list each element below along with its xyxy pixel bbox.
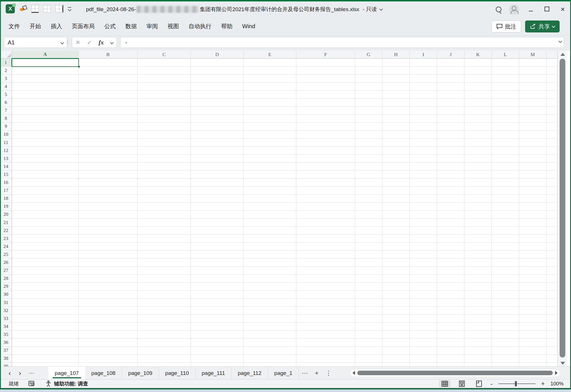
cell[interactable]: [410, 355, 437, 363]
row-header-20[interactable]: 20: [0, 211, 12, 219]
cell[interactable]: [244, 339, 296, 347]
cell[interactable]: [546, 115, 558, 123]
zoom-out-button[interactable]: -: [490, 380, 493, 388]
cell[interactable]: [12, 179, 79, 187]
cell[interactable]: [244, 355, 296, 363]
cell[interactable]: [12, 275, 79, 283]
cell[interactable]: [244, 75, 296, 83]
column-header-H[interactable]: H: [382, 51, 410, 59]
cell[interactable]: [244, 235, 296, 243]
cell[interactable]: [437, 99, 464, 107]
cell[interactable]: [138, 195, 191, 203]
cell[interactable]: [12, 139, 79, 147]
cell[interactable]: [355, 259, 382, 267]
row-header-37[interactable]: 37: [0, 347, 12, 355]
cell[interactable]: [492, 195, 519, 203]
cell[interactable]: [79, 123, 138, 131]
cell[interactable]: [244, 147, 296, 155]
zoom-level[interactable]: 100%: [550, 381, 564, 387]
cell[interactable]: [519, 283, 546, 291]
cell[interactable]: [138, 347, 191, 355]
cell[interactable]: [244, 203, 296, 211]
cell[interactable]: [519, 243, 546, 251]
cell[interactable]: [244, 251, 296, 258]
cell[interactable]: [244, 83, 296, 91]
cell[interactable]: [355, 187, 382, 195]
cell[interactable]: [79, 115, 138, 123]
zoom-slider-thumb[interactable]: [515, 381, 517, 386]
cell[interactable]: [355, 99, 382, 107]
row-header-5[interactable]: 5: [0, 91, 12, 98]
cell[interactable]: [191, 139, 244, 147]
cell[interactable]: [382, 75, 410, 83]
scroll-down-icon[interactable]: [560, 362, 565, 365]
cell[interactable]: [382, 155, 410, 163]
cell[interactable]: [546, 283, 558, 291]
cell[interactable]: [355, 107, 382, 115]
row-header-27[interactable]: 27: [0, 267, 12, 275]
cell[interactable]: [546, 179, 558, 187]
cell[interactable]: [437, 299, 464, 307]
cell[interactable]: [492, 291, 519, 299]
cell[interactable]: [492, 243, 519, 251]
cell[interactable]: [12, 291, 79, 299]
cell[interactable]: [355, 283, 382, 291]
cell[interactable]: [355, 339, 382, 347]
cell[interactable]: [464, 107, 492, 115]
sheet-options-icon[interactable]: ⋮: [325, 370, 332, 377]
cell[interactable]: [296, 211, 355, 219]
cell[interactable]: [410, 163, 437, 171]
cell[interactable]: [191, 171, 244, 178]
column-header-J[interactable]: J: [437, 51, 464, 59]
title-dropdown-icon[interactable]: [379, 7, 383, 11]
cell[interactable]: [382, 219, 410, 227]
column-header-D[interactable]: D: [191, 51, 244, 59]
cell[interactable]: [437, 235, 464, 243]
row-header-9[interactable]: 9: [0, 123, 12, 131]
cell[interactable]: [546, 347, 558, 355]
cell[interactable]: [138, 203, 191, 211]
add-sheet-button[interactable]: +: [315, 370, 319, 377]
cell[interactable]: [138, 155, 191, 163]
cell[interactable]: [244, 187, 296, 195]
cell[interactable]: [546, 99, 558, 107]
cell[interactable]: [464, 203, 492, 211]
cell[interactable]: [138, 267, 191, 275]
cell[interactable]: [79, 307, 138, 315]
cell[interactable]: [355, 163, 382, 171]
cell[interactable]: [79, 299, 138, 307]
cell[interactable]: [546, 155, 558, 163]
cell[interactable]: [492, 155, 519, 163]
cell[interactable]: [296, 99, 355, 107]
cell[interactable]: [519, 139, 546, 147]
cell[interactable]: [546, 227, 558, 235]
cell[interactable]: [296, 347, 355, 355]
row-header-10[interactable]: 10: [0, 131, 12, 139]
cell[interactable]: [355, 227, 382, 235]
cell[interactable]: [546, 195, 558, 203]
cell[interactable]: [382, 171, 410, 178]
menu-item[interactable]: 视图: [168, 22, 179, 30]
sheet-tab-page_111[interactable]: page_111: [195, 367, 232, 379]
cell[interactable]: [12, 115, 79, 123]
cell[interactable]: [355, 75, 382, 83]
row-header-22[interactable]: 22: [0, 227, 12, 235]
cell[interactable]: [12, 323, 79, 331]
row-header-17[interactable]: 17: [0, 187, 12, 195]
cell[interactable]: [191, 59, 244, 67]
cell[interactable]: [546, 83, 558, 91]
cell[interactable]: [546, 235, 558, 243]
cell[interactable]: [410, 347, 437, 355]
cell[interactable]: [410, 267, 437, 275]
cell[interactable]: [410, 323, 437, 331]
cell[interactable]: [410, 227, 437, 235]
menu-item[interactable]: 审阅: [146, 22, 158, 30]
cell[interactable]: [519, 355, 546, 363]
cell[interactable]: [382, 251, 410, 258]
cell[interactable]: [79, 59, 138, 67]
cell[interactable]: [191, 83, 244, 91]
cell[interactable]: [410, 171, 437, 178]
cell[interactable]: [12, 171, 79, 178]
cell[interactable]: [244, 131, 296, 139]
cell[interactable]: [492, 83, 519, 91]
